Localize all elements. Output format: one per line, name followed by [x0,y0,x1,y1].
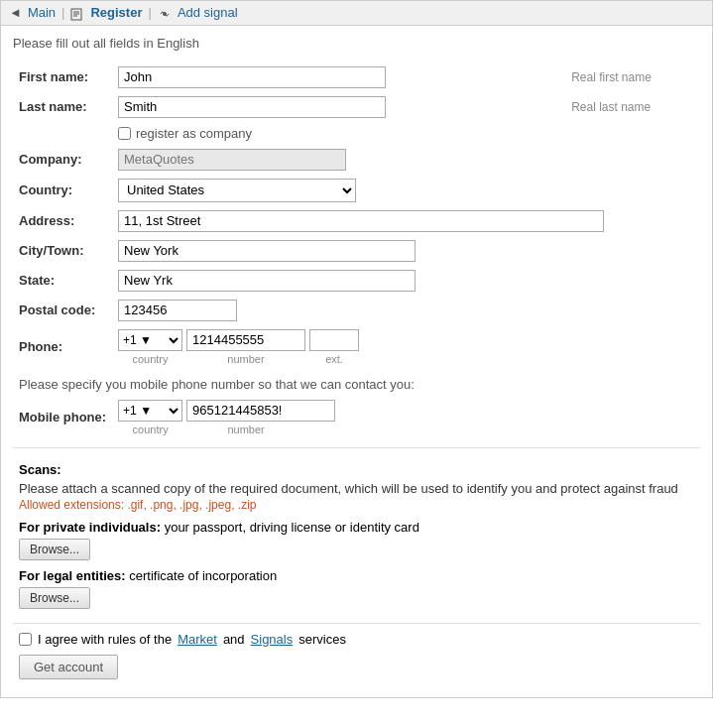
browse-legal-button[interactable]: Browse... [19,587,90,609]
first-name-input[interactable] [118,66,386,88]
register-link[interactable]: Register [90,5,142,20]
mobile-labels: country number [118,424,694,435]
phone-ext-label: ext. [309,353,359,365]
phone-group: +1 ▼ [118,329,694,351]
state-row: State: [13,266,700,296]
register-icon [70,5,84,21]
phone-number-input[interactable] [186,329,305,351]
mobile-country-label: country [118,424,182,435]
last-name-cell [112,92,565,122]
private-scan-group: For private individuals: your passport, … [19,520,694,560]
mobile-note: Please specify you mobile phone number s… [13,369,700,396]
separator2: | [148,5,151,20]
form-note: Please fill out all fields in English [13,36,700,51]
private-scan-label: For private individuals: your passport, … [19,520,694,535]
country-select[interactable]: United States United Kingdom Germany Fra… [118,179,356,202]
last-name-label: Last name: [13,92,112,122]
last-name-input[interactable] [118,96,386,118]
mobile-label: Mobile phone: [13,396,112,439]
address-cell [112,206,700,236]
address-label: Address: [13,206,112,236]
market-link[interactable]: Market [178,632,217,647]
add-signal-link[interactable]: Add signal [178,5,238,20]
mobile-number-input[interactable] [186,400,335,422]
city-cell [112,236,565,266]
scans-divider [13,447,700,448]
first-name-row: First name: Real first name [13,62,700,92]
mobile-cell: +1 ▼ country number [112,396,700,439]
mobile-form: Mobile phone: +1 ▼ country number [13,396,700,439]
phone-label: Phone: [13,325,112,369]
address-row: Address: [13,206,700,236]
scans-title: Scans: [19,462,694,477]
country-row: Country: United States United Kingdom Ge… [13,175,700,206]
company-cell [112,145,565,175]
mobile-row: Mobile phone: +1 ▼ country number [13,396,700,439]
last-name-hint: Real last name [565,92,700,122]
first-name-hint: Real first name [565,62,700,92]
last-name-row: Last name: Real last name [13,92,700,122]
separator1: | [61,5,64,20]
postal-input[interactable] [118,300,237,321]
phone-row: Phone: +1 ▼ country number [13,325,700,369]
main-link[interactable]: Main [28,5,56,20]
footer-section: I agree with rules of the Market and Sig… [13,623,700,687]
state-label: State: [13,266,112,296]
private-desc-text: your passport, driving license or identi… [165,520,419,535]
scans-description: Please attach a scanned copy of the requ… [19,481,694,496]
country-cell: United States United Kingdom Germany Fra… [112,175,565,206]
signal-icon [158,5,172,21]
state-cell [112,266,565,296]
postal-cell [112,296,565,325]
address-input[interactable] [118,210,604,232]
register-company-label[interactable]: register as company [118,126,694,141]
top-nav: ◄ Main | Register | Add signal [1,1,712,26]
register-company-row: register as company [13,122,700,145]
mobile-country-select[interactable]: +1 ▼ [118,400,182,422]
legal-desc-text2: certificate of incorporation [129,568,277,583]
company-row: Company: [13,145,700,175]
mobile-number-label: number [186,424,305,435]
registration-form: First name: Real first name Last name: R… [13,62,700,369]
phone-cell: +1 ▼ country number ext. [112,325,700,369]
country-label: Country: [13,175,112,206]
first-name-label: First name: [13,62,112,92]
postal-row: Postal code: [13,296,700,325]
agree-checkbox[interactable] [19,633,32,646]
company-label: Company: [13,145,112,175]
agree-text: I agree with rules of the [38,632,172,647]
phone-labels: country number ext. [118,353,694,365]
scans-section: Scans: Please attach a scanned copy of t… [13,456,700,623]
company-input[interactable] [118,149,346,171]
phone-ext-input[interactable] [309,329,359,351]
get-account-button[interactable]: Get account [19,655,118,679]
phone-number-label: number [186,353,305,365]
city-input[interactable] [118,240,416,262]
mobile-group: +1 ▼ [118,400,694,422]
register-company-text: register as company [136,126,252,141]
register-company-checkbox[interactable] [118,127,131,140]
state-input[interactable] [118,270,416,292]
browse-private-button[interactable]: Browse... [19,539,90,560]
services-text: services [298,632,346,647]
city-row: City/Town: [13,236,700,266]
city-label: City/Town: [13,236,112,266]
agree-row: I agree with rules of the Market and Sig… [19,632,694,647]
first-name-cell [112,62,565,92]
phone-country-select[interactable]: +1 ▼ [118,329,182,351]
phone-country-label: country [118,353,182,365]
scans-extensions: Allowed extensions: .gif, .png, .jpg, .j… [19,498,694,512]
legal-scan-group: For legal entities: certificate of incor… [19,568,694,609]
legal-scan-label: For legal entities: certificate of incor… [19,568,694,583]
private-label-bold: For private individuals: [19,520,161,535]
legal-label-bold: For legal entities: [19,568,126,583]
signals-link[interactable]: Signals [251,632,294,647]
postal-label: Postal code: [13,296,112,325]
back-arrow-icon: ◄ [9,5,22,20]
and-text: and [223,632,245,647]
